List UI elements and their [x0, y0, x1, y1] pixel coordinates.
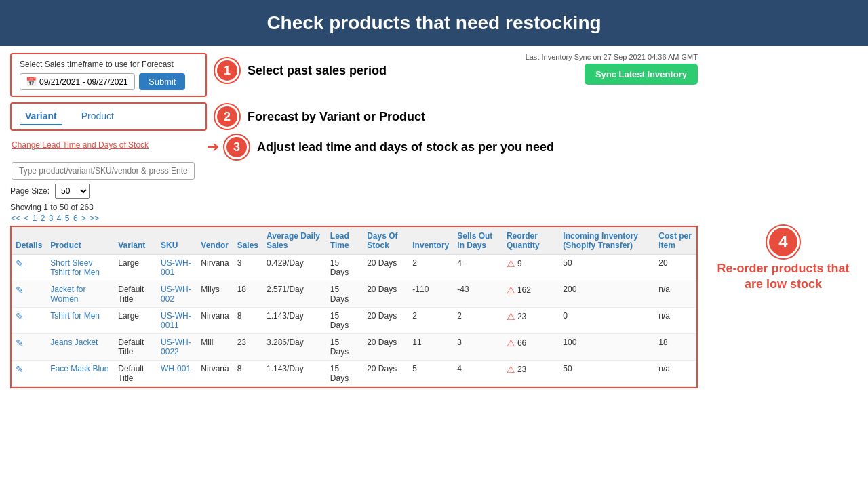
cell-reorder-qty: ⚠66 — [502, 334, 559, 361]
cell-sells-out-days: 4 — [453, 255, 502, 281]
cell-cost-per-item: 18 — [654, 334, 696, 361]
cell-cost-per-item: n/a — [654, 281, 696, 308]
product-link[interactable]: Jeans Jacket — [50, 338, 98, 347]
product-link[interactable]: Short Sleev Tshirt for Men — [50, 258, 100, 277]
alert-icon: ⚠ — [507, 311, 515, 322]
submit-button[interactable]: Submit — [139, 73, 185, 90]
chart-icon[interactable]: ✎ — [16, 364, 24, 375]
page-6[interactable]: 6 — [73, 214, 78, 223]
cell-incoming-inventory: 50 — [559, 361, 654, 387]
cell-vendor: Mill — [197, 334, 233, 361]
page-1[interactable]: 1 — [33, 214, 37, 223]
cell-product[interactable]: Jacket for Women — [46, 281, 114, 308]
cell-incoming-inventory: 100 — [559, 334, 654, 361]
cell-details[interactable]: ✎ — [12, 334, 46, 361]
cell-reorder-qty: ⚠9 — [502, 255, 559, 281]
page-5[interactable]: 5 — [65, 214, 70, 223]
page-4[interactable]: 4 — [57, 214, 62, 223]
cell-cost-per-item: n/a — [654, 361, 696, 387]
cell-reorder-qty: ⚠23 — [502, 361, 559, 387]
alert-icon: ⚠ — [507, 258, 515, 269]
reorder-qty-value: 23 — [517, 365, 526, 374]
page-size-label: Page Size: — [10, 186, 50, 196]
step1-label: Select past sales period — [248, 64, 387, 78]
cell-cost-per-item: 20 — [654, 255, 696, 281]
cell-avg-daily-sales: 1.143/Day — [262, 308, 326, 334]
tab-variant[interactable]: Variant — [20, 108, 62, 125]
step4-badge: 4 — [767, 226, 800, 258]
cell-sku[interactable]: US-WH-002 — [157, 281, 197, 308]
cell-sku[interactable]: US-WH-0011 — [157, 308, 197, 334]
cell-vendor: Nirvana — [197, 361, 233, 387]
lead-time-link[interactable]: Change Lead Time and Days of Stock — [12, 140, 207, 150]
pagination[interactable]: << < 1 2 3 4 5 6 > >> — [10, 214, 698, 223]
cell-details[interactable]: ✎ — [12, 255, 46, 281]
step3-badge: 3 — [224, 135, 249, 159]
cell-product[interactable]: Face Mask Blue — [46, 361, 114, 387]
showing-info: Showing 1 to 50 of 263 — [10, 203, 698, 212]
cell-sku[interactable]: WH-001 — [157, 361, 197, 387]
cell-sells-out-days: 2 — [453, 308, 502, 334]
alert-icon: ⚠ — [507, 338, 515, 348]
chart-icon[interactable]: ✎ — [16, 285, 24, 296]
cell-product[interactable]: Jeans Jacket — [46, 334, 114, 361]
page-2[interactable]: 2 — [41, 214, 45, 223]
cell-sku[interactable]: US-WH-0022 — [157, 334, 197, 361]
cell-details[interactable]: ✎ — [12, 308, 46, 334]
sku-link[interactable]: US-WH-0011 — [161, 311, 191, 330]
product-link[interactable]: Face Mask Blue — [50, 364, 108, 373]
cell-lead-time: 15 Days — [326, 308, 363, 334]
col-product: Product — [46, 227, 114, 255]
cell-days-of-stock: 20 Days — [363, 361, 408, 387]
cell-inventory: -110 — [408, 281, 453, 308]
reorder-qty-value: 162 — [517, 285, 531, 295]
cell-product[interactable]: Tshirt for Men — [46, 308, 114, 334]
cell-variant: Default Title — [114, 334, 157, 361]
filter-input[interactable] — [12, 162, 195, 180]
product-link[interactable]: Jacket for Women — [50, 285, 85, 304]
cell-sku[interactable]: US-WH-001 — [157, 255, 197, 281]
table-row: ✎Tshirt for MenLargeUS-WH-0011Nirvana81.… — [12, 308, 696, 334]
sku-link[interactable]: US-WH-002 — [161, 285, 191, 304]
chart-icon[interactable]: ✎ — [16, 258, 24, 269]
tab-product[interactable]: Product — [76, 108, 119, 125]
page-next[interactable]: > — [81, 214, 86, 223]
cell-sales: 23 — [233, 334, 262, 361]
cell-variant: Default Title — [114, 281, 157, 308]
sync-button[interactable]: Sync Latest Inventory — [585, 64, 698, 85]
cell-product[interactable]: Short Sleev Tshirt for Men — [46, 255, 114, 281]
cell-variant: Default Title — [114, 361, 157, 387]
cell-incoming-inventory: 200 — [559, 281, 654, 308]
cell-variant: Large — [114, 255, 157, 281]
col-avg-daily-sales: Average Daily Sales — [262, 227, 326, 255]
cell-inventory: 2 — [408, 255, 453, 281]
page-prev[interactable]: < — [24, 214, 28, 223]
page-first[interactable]: << — [11, 214, 20, 223]
cell-sells-out-days: -43 — [453, 281, 502, 308]
sku-link[interactable]: US-WH-0022 — [161, 338, 191, 357]
col-days-of-stock: Days Of Stock — [363, 227, 408, 255]
chart-icon[interactable]: ✎ — [16, 338, 24, 348]
cell-sales: 8 — [233, 308, 262, 334]
variant-product-box: Variant Product — [10, 102, 207, 131]
cell-inventory: 5 — [408, 361, 453, 387]
page-header: Check products that need restocking — [0, 0, 868, 46]
cell-details[interactable]: ✎ — [12, 281, 46, 308]
table-row: ✎Jeans JacketDefault TitleUS-WH-0022Mill… — [12, 334, 696, 361]
col-details: Details — [12, 227, 46, 255]
chart-icon[interactable]: ✎ — [16, 311, 24, 322]
page-size-select[interactable]: 50 10 25 100 — [55, 184, 90, 199]
cell-details[interactable]: ✎ — [12, 361, 46, 387]
cell-lead-time: 15 Days — [326, 255, 363, 281]
col-variant: Variant — [114, 227, 157, 255]
sku-link[interactable]: US-WH-001 — [161, 258, 191, 277]
product-link[interactable]: Tshirt for Men — [50, 311, 100, 321]
cell-incoming-inventory: 50 — [559, 255, 654, 281]
step1-badge: 1 — [215, 58, 239, 83]
page-3[interactable]: 3 — [49, 214, 54, 223]
date-range-display[interactable]: 📅 09/21/2021 - 09/27/2021 — [20, 73, 135, 90]
page-last[interactable]: >> — [90, 214, 99, 223]
cell-variant: Large — [114, 308, 157, 334]
sku-link[interactable]: WH-001 — [161, 364, 191, 373]
timeframe-box: Select Sales timeframe to use for Foreca… — [10, 53, 207, 97]
